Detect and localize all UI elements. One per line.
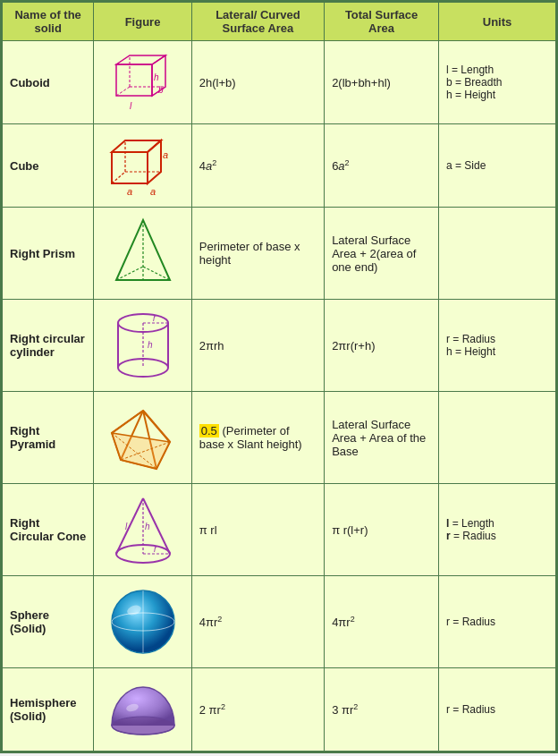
- units-cell: r = Radiush = Height: [439, 300, 556, 392]
- svg-text:a: a: [163, 149, 168, 160]
- header-figure: Figure: [94, 3, 191, 41]
- table-row: Right circular cylinder h r 2πrh2πr(r+h)…: [3, 300, 556, 392]
- units-cell: l = Lengthr = Radius: [439, 484, 556, 576]
- solid-name: Sphere (Solid): [10, 608, 49, 635]
- svg-marker-2: [116, 55, 165, 64]
- figure-image: [101, 674, 183, 745]
- solid-name-cell: Right Prism: [3, 208, 94, 300]
- svg-marker-35: [112, 433, 170, 469]
- figure-cell: [94, 668, 191, 752]
- solid-name-cell: Cube: [3, 124, 94, 208]
- lateral-surface-cell: π rl: [191, 484, 324, 576]
- solid-name-cell: Sphere (Solid): [3, 576, 94, 668]
- lateral-surface-cell: Perimeter of base xheight: [191, 208, 324, 300]
- svg-text:h: h: [148, 340, 153, 350]
- svg-line-12: [112, 172, 125, 183]
- table-row: Hemisphere (Solid): [3, 668, 556, 752]
- figure-image: h r: [101, 305, 183, 386]
- lateral-surface-cell: 0.5 (Perimeter of base x Slant height): [191, 392, 324, 484]
- header-name: Name of the solid: [3, 3, 94, 41]
- header-lateral: Lateral/ Curved Surface Area: [191, 3, 324, 41]
- total-surface-cell: 4πr2: [325, 576, 439, 668]
- svg-text:b: b: [158, 85, 164, 95]
- figure-image: [101, 213, 183, 293]
- total-surface-cell: 3 πr2: [325, 668, 439, 752]
- main-table-wrapper: Name of the solid Figure Lateral/ Curved…: [0, 0, 558, 753]
- units-cell: l = Lengthb = Breadthh = Height: [439, 41, 556, 124]
- svg-line-21: [143, 267, 170, 280]
- lateral-surface-cell: 2 πr2: [191, 668, 324, 752]
- solid-name: Cuboid: [10, 76, 50, 89]
- svg-line-20: [116, 267, 143, 280]
- lateral-surface-cell: 4a2: [191, 124, 324, 208]
- figure-cell: h r l: [94, 484, 191, 576]
- header-total: Total Surface Area: [325, 3, 439, 41]
- total-surface-cell: 2πr(r+h): [325, 300, 439, 392]
- svg-marker-11: [112, 140, 161, 152]
- svg-text:h: h: [154, 72, 159, 82]
- table-row: Right Circular Cone h r l π rlπ r(l+r)l …: [3, 484, 556, 576]
- svg-point-52: [112, 717, 174, 735]
- lateral-surface-cell: 2πrh: [191, 300, 324, 392]
- total-surface-cell: 2(lb+bh+hl): [325, 41, 439, 124]
- surface-area-table: Name of the solid Figure Lateral/ Curved…: [2, 2, 556, 752]
- table-row: Cuboid h b l 2h(l+b)2(lb+bh+hl)l = Lengt…: [3, 41, 556, 124]
- total-surface-cell: π r(l+r): [325, 484, 439, 576]
- lateral-surface-cell: 4πr2: [191, 576, 324, 668]
- solid-name: Right Circular Cone: [10, 516, 86, 543]
- highlight-05: 0.5: [199, 424, 219, 437]
- units-cell: r = Radius: [439, 576, 556, 668]
- figure-image: h r l: [101, 489, 183, 570]
- svg-text:l: l: [130, 101, 132, 111]
- figure-cell: h b l: [94, 41, 191, 124]
- solid-name-cell: Cuboid: [3, 41, 94, 124]
- solid-name: Right Pyramid: [10, 424, 55, 451]
- figure-image: [101, 397, 183, 478]
- solid-name-cell: Hemisphere (Solid): [3, 668, 94, 752]
- table-row: Right Pyramid 0.5 (Perimeter of base x S…: [3, 392, 556, 484]
- units-cell: a = Side: [439, 124, 556, 208]
- units-cell: r = Radius: [439, 668, 556, 752]
- table-row: Cube a a a 4a26a2a = Side: [3, 124, 556, 208]
- svg-line-3: [116, 87, 130, 96]
- units-cell: [439, 208, 556, 300]
- solid-name-cell: Right Circular Cone: [3, 484, 94, 576]
- figure-image: [101, 582, 183, 662]
- solid-name: Hemisphere (Solid): [10, 696, 76, 723]
- lateral-surface-cell: 2h(l+b): [191, 41, 324, 124]
- units-cell: [439, 392, 556, 484]
- figure-cell: h r: [94, 300, 191, 392]
- header-units: Units: [439, 3, 556, 41]
- figure-image: a a a: [101, 130, 183, 201]
- svg-text:a: a: [127, 186, 132, 197]
- figure-cell: [94, 208, 191, 300]
- figure-cell: a a a: [94, 124, 191, 208]
- solid-name: Cube: [10, 159, 39, 173]
- solid-name-cell: Right Pyramid: [3, 392, 94, 484]
- svg-marker-0: [116, 64, 152, 96]
- solid-name-cell: Right circular cylinder: [3, 300, 94, 392]
- total-surface-cell: Lateral Surface Area + Area of the Base: [325, 392, 439, 484]
- figure-cell: [94, 392, 191, 484]
- total-surface-cell: Lateral Surface Area + 2(area of one end…: [325, 208, 439, 300]
- solid-name: Right circular cylinder: [10, 332, 85, 359]
- figure-cell: [94, 576, 191, 668]
- table-row: Right Prism Perimeter of base xheightLat…: [3, 208, 556, 300]
- figure-image: h b l: [101, 47, 183, 118]
- svg-text:a: a: [150, 186, 156, 197]
- solid-name: Right Prism: [10, 247, 75, 260]
- total-surface-cell: 6a2: [325, 124, 439, 208]
- svg-text:h: h: [145, 522, 150, 531]
- table-row: Sphere (Solid) 4πr24πr2r = Radius: [3, 576, 556, 668]
